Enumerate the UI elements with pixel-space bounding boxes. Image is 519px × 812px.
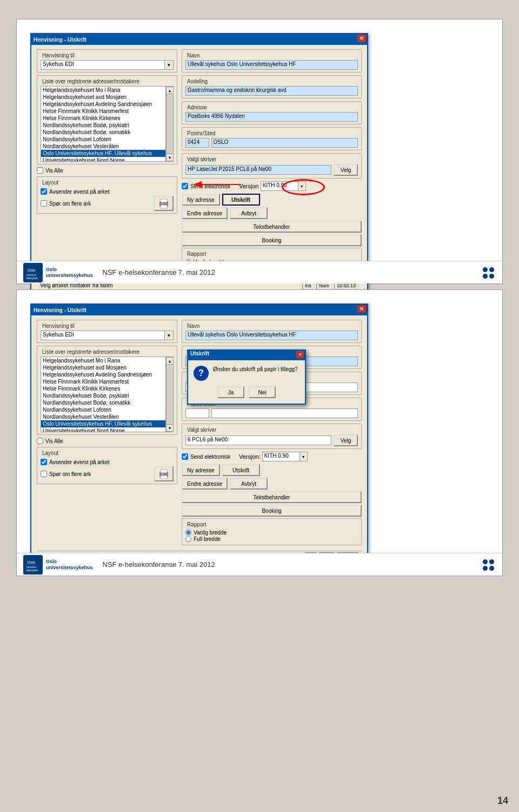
adresse-input[interactable]: Postboks 4956 Nydalen [185, 112, 358, 122]
list-item[interactable]: Helgelandssykehuset avd Mosjøen [41, 94, 165, 101]
rapport-label: Rapport [185, 251, 208, 257]
dialog-close-1[interactable]: ✕ [357, 35, 366, 42]
sub-dialog-body: ? Ønsker du utskrift på papir i tillegg? [194, 366, 300, 381]
footer-title-1: NSF e-helsekonferanse 7. mai 2012 [103, 268, 475, 276]
oslo-logo-2: Oslo universi- tetssykeh Oslo universite… [23, 555, 93, 575]
printer-icon-2[interactable] [154, 466, 174, 481]
list-item[interactable]: Nordlandssykehuset Lofoten [41, 136, 165, 143]
spor-checkbox[interactable] [41, 200, 47, 207]
vis-alle-checkbox[interactable] [37, 167, 43, 174]
list-item[interactable]: Universitetssykehuset Nord Norge [41, 157, 165, 162]
list-item[interactable]: Universitetssykehuset Nord Norge [41, 427, 165, 432]
list-item[interactable]: Nordlandssykehuset Bodø, somatikk [41, 399, 165, 406]
spor-row: Spør om flere ark [41, 200, 152, 207]
list-item-selected-2[interactable]: Oslo Universitetssykehus HF, Ullevål syk… [41, 420, 165, 427]
referring-to-dropdown-2[interactable]: ▼ [165, 331, 174, 340]
scroll-down[interactable]: ▼ [166, 154, 174, 161]
referring-to-combo: Sykehus EDI ▼ [41, 60, 174, 70]
list-item[interactable]: Helgelandssykehuset avd Mosjøen [41, 364, 165, 371]
nei-button[interactable]: Nei [249, 386, 276, 398]
list-item[interactable]: Nordlandssykehuset Bodø, psykiatri [41, 122, 165, 129]
avdeling-input[interactable]: Gastro/mamma og endokrin kirurgisk avd [185, 86, 358, 96]
sted-input[interactable]: OSLO [211, 138, 358, 148]
list-item[interactable]: Helgelandssykehuset Avdeling Sandnessjøe… [41, 101, 165, 108]
postnr-input-2[interactable] [185, 408, 209, 418]
avbryt-button-2[interactable]: Avbryt [230, 478, 268, 490]
list-item[interactable]: Helse Finnmark Klinikk Hammerfest [41, 108, 165, 115]
scroll-down-2[interactable]: ▼ [166, 424, 174, 432]
vis-alle-label: Vis Alle [45, 168, 63, 174]
printer-input-2[interactable]: 6 PCL6 på Ne00: [185, 435, 331, 445]
printer-icon[interactable] [154, 196, 174, 211]
list-item[interactable]: Helgelandssykehuset Mo i Rana [41, 87, 165, 94]
tekstbehandler-button[interactable]: Tekstbehandler [182, 221, 362, 233]
list-item[interactable]: Helgelandssykehuset Mo i Rana [41, 357, 165, 364]
avsender-checkbox[interactable] [41, 188, 47, 195]
spor-checkbox-2[interactable] [41, 471, 47, 477]
utskrift-button-2[interactable]: Utskrift [222, 464, 260, 476]
send-elektronisk-checkbox[interactable] [182, 183, 188, 189]
avbryt-button-1[interactable]: Avbryt [230, 207, 268, 219]
ny-adresse-button[interactable]: Ny adresse [182, 194, 220, 206]
scroll-up-2[interactable]: ▲ [166, 357, 174, 365]
referring-to-input-2[interactable]: Sykehus EDI [41, 331, 165, 340]
referring-to-input[interactable]: Sykehus EDI [41, 60, 165, 70]
button-row-2: Endre adresse Avbryt [182, 207, 362, 219]
list-item[interactable]: Helse Finnmark Klinikk Kirkenes [41, 115, 165, 122]
versjon-dropdown-2[interactable]: ▼ [300, 452, 308, 461]
full-radio-2[interactable] [185, 536, 191, 542]
dialog-close-2[interactable]: ✕ [357, 305, 366, 313]
send-elektronisk-checkbox-2[interactable] [182, 453, 188, 460]
list-item[interactable]: Helgelandssykehuset Avdeling Sandnessjøe… [41, 371, 165, 378]
postnr-group: Postnr/Sted 0424 OSLO [182, 127, 362, 150]
velg-button-2[interactable]: Velg [334, 434, 358, 446]
versjon-combo-2: KITH 0.90 ▼ [262, 452, 308, 461]
list-item-selected[interactable]: Oslo Universitetssykehus HF, Ullevål syk… [41, 150, 165, 157]
svg-rect-1 [161, 205, 167, 208]
send-check-row-2: Send elektronisk [182, 453, 230, 460]
tekstbehandler-button-2[interactable]: Tekstbehandler [182, 491, 362, 503]
address-listbox-2[interactable]: Helgelandssykehuset Mo i Rana Helgelands… [41, 357, 166, 432]
button-row-1: Ny adresse Utskrift [182, 194, 362, 206]
navn-input[interactable]: Ullevål sykehus Oslo Universitetssykehus… [185, 60, 358, 70]
spor-label: Spør om flere ark [49, 201, 91, 207]
list-item[interactable]: Nordlandssykehuset Bodø, somatikk [41, 129, 165, 136]
velg-button[interactable]: Velg [334, 164, 358, 176]
printer-input[interactable]: HP LaserJet P2015 PCL6 på Ne00 [185, 165, 331, 175]
avsender-checkbox-2[interactable] [41, 459, 47, 465]
list-item[interactable]: Nordlandssykehuset Vesterålen [41, 143, 165, 150]
vanlig-radio-2[interactable] [185, 530, 191, 536]
sted-input-2[interactable] [211, 408, 358, 418]
postnr-input[interactable]: 0424 [185, 138, 209, 148]
booking-button[interactable]: Booking [182, 234, 362, 246]
footer-title-2: NSF e-helsekonferanse 7. mai 2012 [103, 560, 475, 569]
layout-label-2: Layout [41, 450, 60, 456]
versjon-dropdown[interactable]: ▼ [298, 181, 306, 191]
oslo-logo-icon-2: Oslo universi- tetssykeh [23, 555, 43, 575]
ja-button[interactable]: Ja [217, 386, 244, 398]
avdeling-group: Avdeling Gastro/mamma og endokrin kirurg… [182, 75, 362, 98]
utskrift-button[interactable]: Utskrift [222, 194, 260, 206]
booking-button-2[interactable]: Booking [182, 505, 362, 517]
versjon-input[interactable]: KITH 0.90 [261, 181, 298, 191]
scroll-up[interactable]: ▲ [166, 87, 174, 94]
button-row-2d: Booking [182, 505, 362, 517]
sub-dialog-close[interactable]: ✕ [296, 351, 304, 358]
address-listbox-1[interactable]: Helgelandssykehuset Mo i Rana Helgelands… [41, 86, 166, 162]
navn-input-2[interactable]: Ullevål sykehus Oslo Universitetssykehus… [185, 331, 358, 340]
listbox-scrollbar[interactable]: ▲ ▼ [166, 86, 174, 162]
versjon-input-2[interactable]: KITH 0.90 [262, 452, 300, 461]
list-item[interactable]: Helse Finnmark Klinikk Hammerfest [41, 378, 165, 385]
list-item[interactable]: Nordlandssykehuset Bodø, psykiatri [41, 392, 165, 399]
ny-adresse-button-2[interactable]: Ny adresse [182, 464, 220, 476]
svg-rect-12 [161, 470, 167, 473]
dialog-title-1: Henvisning - Utskrift [34, 37, 86, 43]
list-item[interactable]: Helse Finnmark Klinikk Kirkenes [41, 385, 165, 392]
endre-adresse-button[interactable]: Endre adresse [182, 207, 228, 219]
endre-adresse-button-2[interactable]: Endre adresse [182, 478, 228, 490]
vis-alle-checkbox-2[interactable] [37, 438, 43, 444]
list-item[interactable]: Nordlandssykehuset Lofoten [41, 406, 165, 413]
listbox-scrollbar-2[interactable]: ▲ ▼ [166, 357, 174, 432]
list-item[interactable]: Nordlandssykehuset Vesterålen [41, 413, 165, 420]
referring-to-dropdown[interactable]: ▼ [165, 60, 174, 70]
